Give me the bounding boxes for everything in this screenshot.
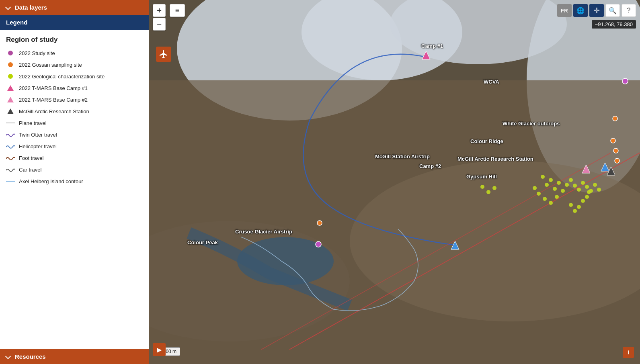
legend-label-car: Car travel <box>19 167 41 173</box>
plane-icon-map <box>156 47 171 62</box>
legend-header: Legend <box>0 15 149 30</box>
map-controls-top-left: + − <box>153 4 166 31</box>
info-button[interactable]: i <box>623 347 634 358</box>
legend-icon-contour <box>6 177 15 186</box>
legend-icon-foot <box>6 153 15 162</box>
legend-item-foot: Foot travel <box>6 153 143 162</box>
legend-label-helicopter: Helicopter travel <box>19 143 57 149</box>
plane-travel-icon <box>6 121 15 125</box>
twin-otter-icon <box>6 132 15 137</box>
legend-item-study-site: 2022 Study site <box>6 49 143 57</box>
search-button[interactable]: 🔍 <box>605 4 620 17</box>
terrain-svg <box>149 0 640 364</box>
legend-label-tmars2: 2022 T-MARS Base Camp #2 <box>19 97 88 103</box>
triangle-pink-icon <box>7 85 14 91</box>
coordinates-display: −91.268, 79.380 <box>592 20 636 29</box>
legend-label: Legend <box>6 19 27 26</box>
legend-item-plane: Plane travel <box>6 119 143 127</box>
foot-travel-icon <box>6 155 15 160</box>
sidebar: Data layers Legend Region of study 2022 … <box>0 0 149 364</box>
legend-item-tmars1: 2022 T-MARS Base Camp #1 <box>6 84 143 92</box>
legend-icon-twin-otter <box>6 130 15 139</box>
legend-label-geo: 2022 Geological characterization site <box>19 74 105 80</box>
circle-purple-icon <box>8 51 13 55</box>
legend-item-contour: Axel Heiberg Island contour <box>6 177 143 186</box>
plane-svg-icon <box>159 49 168 59</box>
contour-line-icon <box>6 181 15 182</box>
menu-button[interactable]: ≡ <box>170 4 185 17</box>
car-travel-icon <box>6 167 15 172</box>
legend-section-title: Region of study <box>6 36 143 44</box>
resources-label: Resources <box>15 353 46 360</box>
data-layers-header[interactable]: Data layers <box>0 0 149 15</box>
legend-label-plane: Plane travel <box>19 120 47 126</box>
triangle-light-pink-icon <box>7 97 14 102</box>
legend-label-study-site: 2022 Study site <box>19 50 55 56</box>
legend-icon-mcgill <box>6 107 15 116</box>
globe-button[interactable]: 🌐 <box>573 4 588 17</box>
legend-label-contour: Axel Heiberg Island contour <box>19 178 83 184</box>
legend-label-twin-otter: Twin Otter travel <box>19 132 57 138</box>
circle-yellow-green-icon <box>8 74 13 79</box>
legend-icon-tmars1 <box>6 84 15 92</box>
legend-content: Region of study 2022 Study site 2022 Gos… <box>0 30 149 349</box>
zoom-in-button[interactable]: + <box>153 4 166 17</box>
legend-icon-car <box>6 165 15 174</box>
crosshair-button[interactable]: ✛ <box>589 4 604 17</box>
legend-item-car: Car travel <box>6 165 143 174</box>
legend-item-geo: 2022 Geological characterization site <box>6 72 143 81</box>
zoom-out-button[interactable]: − <box>153 18 166 31</box>
legend-icon-gossan <box>6 60 15 69</box>
helicopter-icon <box>6 144 15 149</box>
legend-icon-helicopter <box>6 142 15 151</box>
expand-sidebar-button[interactable]: ▶ <box>153 343 166 356</box>
legend-item-mcgill: McGill Arctic Research Station <box>6 107 143 116</box>
data-layers-label: Data layers <box>15 4 47 11</box>
data-layers-chevron <box>5 4 11 10</box>
map-background <box>149 0 640 364</box>
legend-label-gossan: 2022 Gossan sampling site <box>19 62 82 68</box>
legend-item-gossan: 2022 Gossan sampling site <box>6 60 143 69</box>
menu-button-container: ≡ <box>170 4 185 17</box>
map-area[interactable]: Camp #1 WCVA White Glacier outcrops Colo… <box>149 0 640 364</box>
map-controls-top-right: FR 🌐 ✛ 🔍 ? <box>557 4 636 17</box>
legend-item-tmars2: 2022 T-MARS Base Camp #2 <box>6 95 143 104</box>
legend-label-mcgill: McGill Arctic Research Station <box>19 108 89 115</box>
legend-item-helicopter: Helicopter travel <box>6 142 143 151</box>
legend-icon-study-site <box>6 49 15 57</box>
legend-icon-tmars2 <box>6 95 15 104</box>
language-fr-button[interactable]: FR <box>557 4 572 17</box>
legend-icon-geo <box>6 72 15 81</box>
help-button[interactable]: ? <box>622 4 636 17</box>
legend-label-tmars1: 2022 T-MARS Base Camp #1 <box>19 85 88 91</box>
resources-header[interactable]: Resources <box>0 349 149 364</box>
triangle-dark-icon <box>7 108 14 114</box>
legend-label-foot: Foot travel <box>19 155 43 161</box>
resources-chevron <box>5 353 11 359</box>
legend-icon-plane <box>6 119 15 127</box>
circle-orange-icon <box>8 62 13 67</box>
legend-item-twin-otter: Twin Otter travel <box>6 130 143 139</box>
